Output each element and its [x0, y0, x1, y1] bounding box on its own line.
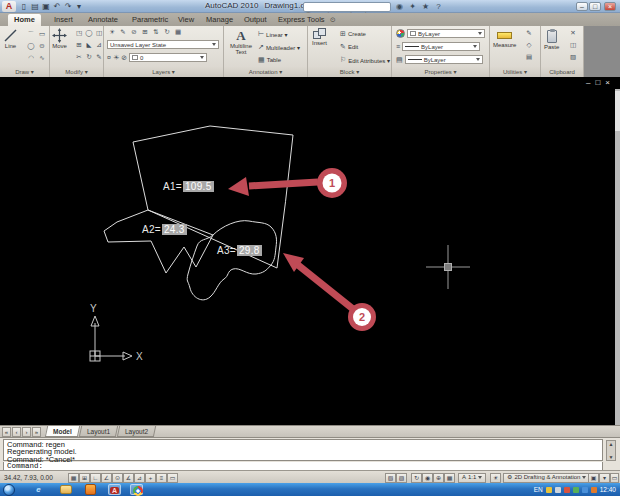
area-label-a3[interactable]: A3=29.8 [217, 245, 262, 256]
layer-dropdown[interactable]: 0 [129, 53, 207, 62]
paper-space-button[interactable]: ▨ [396, 473, 407, 483]
tab-home[interactable]: Home [8, 14, 41, 26]
autocad-taskbar-icon[interactable]: A [108, 484, 121, 495]
insert-block-button[interactable]: Insert [312, 28, 327, 46]
lineweight-dropdown[interactable]: ByLayer [402, 42, 480, 51]
panel-label-properties[interactable]: Properties ▾ [392, 67, 489, 77]
internet-explorer-icon[interactable]: e [32, 484, 45, 495]
clean-screen-button[interactable]: ▭ [610, 473, 619, 483]
network-icon[interactable] [582, 487, 588, 493]
area-label-a2[interactable]: A2=24.3 [142, 224, 187, 235]
search-binoculars-icon[interactable]: ◉ [394, 1, 405, 12]
open-folder-icon[interactable]: ▤ [30, 1, 40, 12]
layer-state-dropdown[interactable]: Unsaved Layer State [107, 40, 219, 49]
first-tab-button[interactable]: « [2, 427, 11, 437]
quick-calc-icon[interactable]: ◇ [524, 40, 534, 50]
layer-edit-icon[interactable]: ✎ [118, 27, 128, 37]
redo-icon[interactable]: ↷ [63, 1, 73, 12]
layer-manager-icon[interactable]: ▦ [173, 27, 183, 37]
maximize-button[interactable]: □ [589, 2, 601, 11]
command-scrollbar[interactable]: ▲ ▼ [606, 440, 616, 461]
otrack-toggle[interactable]: ∡ [123, 473, 134, 483]
layer-props-icon[interactable]: ⊞ [140, 27, 150, 37]
subscription-center-icon[interactable]: ✦ [407, 1, 418, 12]
close-button[interactable]: × [604, 2, 616, 11]
lineweight-icon[interactable]: ≡ [396, 43, 400, 50]
object-color-dropdown[interactable]: ByLayer [407, 29, 485, 38]
pan-icon[interactable]: ⊕ [433, 473, 444, 483]
quick-select-icon[interactable]: ✎ [524, 28, 534, 38]
color-wheel-icon[interactable] [396, 29, 405, 38]
drawing-canvas[interactable]: – □ × [0, 77, 620, 425]
annotation-visibility-icon[interactable]: ☀ [490, 473, 501, 483]
multiline-text-button[interactable]: A Multiline Text [227, 28, 255, 55]
tab-parametric[interactable]: Parametric [126, 14, 174, 26]
cut-icon[interactable]: ✕ [568, 28, 578, 38]
ellipse-icon[interactable]: ⊙ [37, 41, 47, 51]
edit-attributes-button[interactable]: ⚐ Edit Attributes ▾ [340, 56, 390, 64]
quick-view-layouts-icon[interactable]: ↻ [411, 473, 422, 483]
measure-button[interactable]: Measure [493, 28, 516, 48]
panel-label-annotation[interactable]: Annotation ▾ [224, 67, 307, 77]
copy-icon[interactable]: ◯ [84, 28, 94, 38]
array-icon[interactable]: ⊞ [74, 40, 84, 50]
polar-toggle[interactable]: ∠ [101, 473, 112, 483]
linear-dim-button[interactable]: ⊢ Linear ▾ [258, 30, 287, 38]
area-label-a1[interactable]: A1=109.5 [163, 181, 214, 192]
line-button[interactable]: Line [3, 28, 18, 49]
next-tab-button[interactable]: › [22, 427, 31, 437]
update-icon[interactable] [573, 487, 579, 493]
infocenter-search-box[interactable] [303, 2, 391, 12]
start-button[interactable] [3, 484, 15, 496]
mirror-icon[interactable]: ◫ [94, 28, 104, 38]
spline-area3[interactable] [187, 221, 276, 300]
autocad-menu-logo[interactable]: A [2, 1, 16, 12]
table-button[interactable]: ▦ Table [258, 56, 281, 64]
status-menu-caret[interactable]: ▾ [599, 473, 610, 483]
workspace-switcher[interactable]: ⚙ 2D Drafting & Annotation [503, 473, 590, 483]
layer-on-icon[interactable]: ☀ [107, 27, 117, 37]
tab-model[interactable]: Model [45, 426, 80, 437]
polyline-icon[interactable]: ◠ [26, 53, 36, 63]
zoom-icon[interactable]: ▦ [444, 473, 455, 483]
move-button[interactable]: Move [52, 28, 67, 49]
match-props-icon[interactable]: ▨ [568, 52, 578, 62]
tab-layout1[interactable]: Layout1 [79, 426, 118, 437]
rectangle-icon[interactable]: ▭ [37, 29, 47, 39]
grid-toggle[interactable]: ⊞ [79, 473, 90, 483]
layer-restore-icon[interactable]: ↻ [162, 27, 172, 37]
panel-label-draw[interactable]: Draw ▾ [0, 67, 49, 77]
canvas-vertical-scrollbar[interactable] [615, 89, 620, 425]
snap-toggle[interactable]: ▦ [68, 473, 79, 483]
model-space-button[interactable]: ▧ [385, 473, 396, 483]
edit-icon[interactable]: ✎ [94, 52, 104, 62]
arc-icon[interactable]: ⌒ [26, 29, 36, 39]
command-history[interactable]: Command: regen Regenerating model. Comma… [3, 439, 603, 461]
language-indicator[interactable]: EN [534, 486, 543, 493]
polygon-area2[interactable] [104, 210, 213, 273]
tab-output[interactable]: Output [238, 14, 273, 26]
ducs-toggle[interactable]: ⊿ [134, 473, 145, 483]
ortho-toggle[interactable]: ∟ [90, 473, 101, 483]
help-icon[interactable]: ? [433, 1, 444, 12]
security-shield-icon[interactable] [546, 487, 552, 493]
layer-freeze-icon[interactable]: ⊘ [129, 27, 139, 37]
panel-label-block[interactable]: Block ▾ [308, 67, 391, 77]
linetype-dropdown[interactable]: ByLayer [405, 55, 483, 64]
tab-layout2[interactable]: Layout2 [117, 426, 156, 437]
coordinate-readout[interactable]: 34.42, 7.93, 0.00 [4, 474, 53, 481]
panel-label-modify[interactable]: Modify ▾ [50, 67, 103, 77]
dyn-toggle[interactable]: + [145, 473, 156, 483]
erase-icon[interactable]: ◳ [74, 28, 84, 38]
multileader-button[interactable]: ↗ Multileader ▾ [258, 43, 300, 51]
minimize-button[interactable]: – [576, 2, 588, 11]
scrollbar-thumb[interactable] [615, 91, 620, 131]
bulb-icon[interactable]: ¤ [107, 54, 111, 61]
paste-button[interactable]: Paste [544, 28, 559, 50]
lwt-toggle[interactable]: ≡ [156, 473, 167, 483]
new-file-icon[interactable]: ▯ [19, 1, 29, 12]
copy-clip-icon[interactable]: ◫ [568, 40, 578, 50]
layer-match-icon[interactable]: ⇅ [151, 27, 161, 37]
last-tab-button[interactable]: » [32, 427, 41, 437]
block-edit-button[interactable]: ✎ Edit [340, 43, 358, 51]
